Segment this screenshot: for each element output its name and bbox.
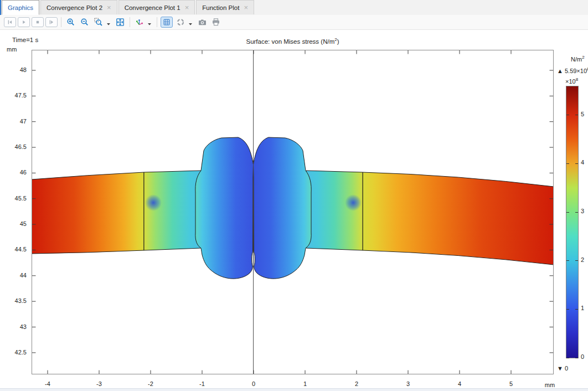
grid-icon bbox=[163, 18, 171, 26]
scene-dropdown-icon[interactable] bbox=[188, 23, 193, 25]
colorbar-tick bbox=[575, 115, 578, 115]
right-spring-arm bbox=[363, 172, 554, 265]
left-spring-arm bbox=[32, 172, 144, 254]
tab-close-icon[interactable]: × bbox=[107, 5, 111, 11]
colorbar-tick-label: 4 bbox=[581, 159, 584, 166]
x-tick-label: 2 bbox=[348, 380, 365, 387]
colorbar-tick-label: 2 bbox=[581, 256, 584, 263]
x-tick-label: -1 bbox=[194, 380, 210, 387]
tab-label: Graphics bbox=[8, 4, 33, 11]
colorbar-scale-label: ×108 bbox=[565, 77, 578, 85]
colorbar-min-label: ▼ 0 bbox=[557, 365, 568, 372]
y-tick-label: 47 bbox=[3, 118, 27, 125]
y-tick-label: 42.5 bbox=[3, 349, 27, 356]
colorbar-tick bbox=[566, 358, 569, 358]
axis-orientation-icon bbox=[135, 18, 144, 27]
tab-close-icon[interactable]: × bbox=[185, 5, 189, 11]
stop-button[interactable] bbox=[32, 17, 44, 27]
joint-left-half bbox=[195, 137, 254, 279]
tab-convergence-plot-1[interactable]: Convergence Plot 1× bbox=[118, 0, 195, 14]
plot-canvas: Time=1 s Surface: von Mises stress (N/m2… bbox=[0, 30, 588, 388]
colorbar-tick bbox=[575, 163, 578, 164]
graphics-tab-bar: GraphicsConvergence Plot 2×Convergence P… bbox=[0, 0, 588, 16]
x-tick-label: 4 bbox=[451, 380, 468, 387]
colorbar-tick bbox=[566, 309, 569, 310]
max-marker-icon: ▲ bbox=[557, 68, 563, 74]
zoom-out-icon bbox=[80, 18, 89, 27]
colorbar-tick-label: 0 bbox=[581, 353, 584, 360]
colorbar-tick-label: 5 bbox=[581, 111, 584, 117]
comsol-graphics-window: GraphicsConvergence Plot 2×Convergence P… bbox=[0, 0, 588, 391]
colorbar-tick bbox=[566, 115, 569, 115]
zoom-out-button[interactable] bbox=[79, 17, 91, 28]
tab-label: Convergence Plot 1 bbox=[125, 4, 180, 11]
play-icon bbox=[20, 18, 28, 26]
bottom-status-strip bbox=[0, 388, 588, 391]
scene-settings-button[interactable] bbox=[174, 17, 187, 28]
y-tick-label: 48 bbox=[3, 66, 27, 73]
y-tick-label: 44 bbox=[3, 272, 27, 279]
graphics-toolbar bbox=[0, 15, 588, 30]
plot-title: Surface: von Mises stress (N/m2) bbox=[32, 37, 554, 45]
colorbar-tick-label: 3 bbox=[581, 208, 584, 214]
colorbar-max-label: ▲ 5.59×108 bbox=[557, 66, 588, 74]
zoom-in-button[interactable] bbox=[65, 17, 77, 28]
x-tick-label: -3 bbox=[91, 380, 107, 387]
y-tick-label: 43.5 bbox=[3, 297, 27, 304]
colorbar-unit-label: N/m2 bbox=[571, 55, 585, 63]
stress-concentration-spot-right bbox=[345, 194, 362, 211]
x-tick-label: 5 bbox=[503, 380, 519, 387]
print-button[interactable] bbox=[210, 17, 222, 28]
zoom-extents-icon bbox=[116, 18, 125, 27]
y-tick-label: 46 bbox=[3, 169, 27, 176]
y-tick-label: 46.5 bbox=[3, 143, 27, 150]
tab-graphics[interactable]: Graphics bbox=[2, 0, 39, 15]
colorbar-tick bbox=[575, 212, 578, 213]
min-marker-icon: ▼ bbox=[557, 365, 563, 372]
colorbar-tick bbox=[575, 260, 578, 261]
zoom-box-dropdown-icon[interactable] bbox=[106, 23, 111, 25]
stress-surface-plot[interactable] bbox=[32, 50, 554, 374]
stress-concentration-spot-left bbox=[145, 194, 162, 211]
colorbar-tick bbox=[575, 358, 578, 358]
tab-function-plot[interactable]: Function Plot× bbox=[196, 0, 254, 14]
grid-toggle-button[interactable] bbox=[161, 17, 173, 28]
camera-icon bbox=[198, 18, 207, 27]
go-to-view-button[interactable] bbox=[133, 17, 146, 28]
colorbar-tick bbox=[575, 309, 578, 310]
y-tick-label: 44.5 bbox=[3, 246, 27, 253]
spinner-icon bbox=[176, 18, 185, 27]
y-tick-label: 43 bbox=[3, 323, 27, 330]
colorbar-tick bbox=[566, 212, 569, 213]
colorbar-tick bbox=[566, 260, 569, 261]
stop-icon bbox=[34, 18, 42, 26]
tab-close-icon[interactable]: × bbox=[244, 5, 248, 11]
zoom-box-button[interactable] bbox=[92, 17, 105, 28]
toolbar-separator bbox=[157, 17, 157, 27]
x-tick-label: 1 bbox=[297, 380, 313, 387]
step-first-button[interactable] bbox=[4, 17, 16, 27]
zoom-box-icon bbox=[94, 18, 103, 27]
zoom-in-icon bbox=[66, 18, 75, 27]
toolbar-separator bbox=[130, 17, 130, 27]
tab-label: Function Plot bbox=[202, 4, 239, 11]
step-first-icon bbox=[6, 18, 14, 26]
printer-icon bbox=[212, 18, 220, 27]
joint-right-half bbox=[254, 137, 312, 279]
x-tick-label: 0 bbox=[245, 380, 262, 387]
snapshot-button[interactable] bbox=[196, 17, 208, 28]
step-forward-button[interactable] bbox=[45, 17, 58, 27]
tab-strip: GraphicsConvergence Plot 2×Convergence P… bbox=[2, 0, 255, 15]
play-button[interactable] bbox=[18, 17, 30, 27]
y-tick-label: 45 bbox=[3, 220, 27, 227]
colorbar-tick bbox=[566, 163, 569, 164]
y-tick-label: 45.5 bbox=[3, 195, 27, 202]
y-axis-unit-label: mm bbox=[7, 46, 17, 53]
zoom-extents-button[interactable] bbox=[114, 17, 126, 28]
x-tick-label: 3 bbox=[400, 380, 416, 387]
x-tick-label: -2 bbox=[142, 380, 159, 387]
window-accent-bar bbox=[0, 0, 1, 15]
tab-convergence-plot-2[interactable]: Convergence Plot 2× bbox=[40, 0, 117, 14]
view-dropdown-icon[interactable] bbox=[147, 23, 152, 25]
colorbar-tick-label: 1 bbox=[581, 305, 584, 311]
